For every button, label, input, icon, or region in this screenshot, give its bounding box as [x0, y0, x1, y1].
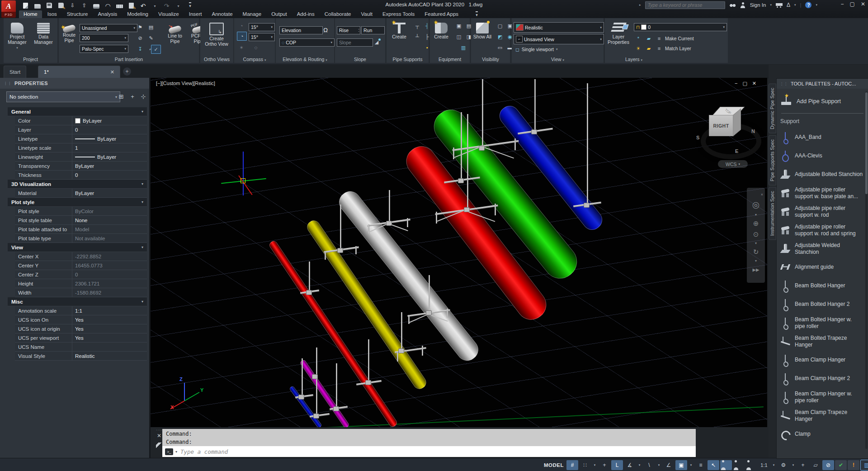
open-datasheet-icon[interactable]: ▤ — [146, 23, 156, 31]
layer-freeze-icon[interactable]: * — [634, 34, 643, 43]
layer-lock-icon[interactable]: ▰ — [644, 34, 653, 43]
pipe-clamp[interactable] — [313, 414, 319, 419]
match-layer-button[interactable]: Match Layer — [665, 46, 691, 51]
property-row[interactable]: Center Y 16455.0773 ▾ — [15, 261, 147, 270]
palette-item[interactable]: Clamp — [780, 427, 864, 442]
property-row[interactable]: Visual Style Realistic ▾ — [15, 352, 147, 361]
help-dropdown-icon[interactable]: ▾ — [816, 3, 817, 7]
layer-properties-button[interactable]: Layer Properties — [606, 22, 631, 45]
navbar-close-icon[interactable]: × — [761, 192, 763, 197]
navigation-bar[interactable]: × ◎ ▾ ⊕ ⊙ ▾ ↻ ▾ ▸▸ — [747, 188, 765, 283]
protractor-icon[interactable] — [104, 2, 112, 9]
palette-item[interactable]: Adjustable Welded Stanchion — [780, 241, 864, 256]
property-row[interactable]: UCS icon On Yes ▾ — [15, 315, 147, 324]
sign-in-link[interactable]: Sign In — [750, 2, 766, 8]
property-row[interactable]: Width -1580.8692 ▾ — [15, 288, 147, 297]
ortho-mode-icon[interactable]: L — [611, 460, 623, 470]
app-logo[interactable]: A P3D — [1, 0, 16, 18]
qat-customize-icon[interactable] — [186, 2, 194, 9]
user-avatar-icon[interactable] — [740, 2, 746, 8]
ribbon-tab[interactable]: Home — [19, 10, 42, 18]
quick-select-icon[interactable]: ⊹ — [139, 92, 148, 101]
cop-select[interactable]: ◌COP▾ — [279, 38, 335, 47]
property-row[interactable]: Lineweight ByLayer ▾ — [15, 152, 147, 162]
ribbon-tab[interactable]: Collaborate — [320, 10, 356, 18]
create-equipment-button[interactable]: ★ Create — [430, 22, 453, 39]
save-to-mobile-icon[interactable] — [69, 2, 76, 9]
property-row[interactable]: Center X -2292.8852 ▾ — [15, 252, 147, 261]
undo-icon[interactable] — [139, 2, 147, 9]
property-row[interactable]: General ▾ — [8, 107, 147, 116]
layer-make-current-icon[interactable]: ≡ — [655, 34, 664, 43]
property-row[interactable]: Color ByLayer ▾ — [15, 116, 147, 125]
ribbon-tab[interactable]: Output — [267, 10, 292, 18]
isodraft-icon[interactable]: \ — [643, 460, 655, 470]
command-wrench-icon[interactable] — [156, 442, 162, 449]
graphics-performance-icon[interactable]: ⊘ — [822, 460, 834, 470]
wcs-menu[interactable]: WCS▾ — [718, 160, 748, 168]
polar-dropdown-icon[interactable]: ▾ — [637, 460, 642, 470]
viewport-config-select[interactable]: ◻Single viewport▾ — [515, 47, 557, 52]
ribbon-tab[interactable]: Featured Apps — [420, 10, 463, 18]
navbar-dropdown-icon[interactable]: ▾ — [755, 213, 757, 217]
undo-dropdown-icon[interactable] — [151, 2, 159, 9]
property-row[interactable]: Thickness 0 ▾ — [15, 171, 147, 180]
palette-item[interactable]: Adjustable Bolted Stanchion — [780, 167, 864, 182]
pan-icon[interactable]: ⊕ — [753, 219, 759, 228]
app-store-icon[interactable]: Δ — [787, 2, 790, 8]
store-cart-icon[interactable] — [776, 2, 783, 8]
assign-tag-icon[interactable]: ⚑ — [136, 23, 145, 31]
object-snap-icon[interactable]: ▣ — [675, 460, 687, 470]
zoom-icon[interactable]: ⊙ — [753, 230, 759, 238]
make-current-button[interactable]: Make Current — [665, 36, 694, 41]
zoom-dropdown-icon[interactable]: ▾ — [755, 241, 757, 245]
new-drawing-tab-button[interactable]: + — [123, 67, 131, 76]
hide-layer-icon[interactable]: ◩ — [495, 33, 505, 41]
property-row[interactable]: Layer 0 ▾ — [15, 125, 147, 134]
layer-select[interactable]: ⊓ 0▾ — [634, 23, 727, 31]
snap-mode-icon[interactable]: ∷ — [579, 460, 591, 470]
compass-tick-icon[interactable]: ✶ — [237, 43, 246, 52]
ribbon-tab[interactable]: Manage — [238, 10, 266, 18]
annotation-scale-value[interactable]: 1:1 — [758, 460, 770, 470]
property-row[interactable]: 3D Visualization ▾ — [8, 180, 147, 189]
isodraft-dropdown-icon[interactable]: ▾ — [656, 460, 662, 470]
section-collapse-icon[interactable]: ▾ — [142, 200, 143, 204]
pipe-clamp[interactable] — [584, 203, 590, 208]
app-store-dropdown-icon[interactable]: ▾ — [794, 3, 796, 7]
pipe-clamp[interactable] — [386, 221, 392, 226]
sign-in-dropdown-icon[interactable]: ▾ — [770, 3, 772, 7]
workspace-dropdown-icon[interactable]: ▾ — [790, 460, 796, 470]
palette-grip[interactable]: ⋮⋮ — [780, 82, 788, 86]
lineweight-icon[interactable]: ≡ — [695, 460, 707, 470]
compass-angle2-select[interactable]: 15°▾ — [249, 33, 275, 41]
section-collapse-icon[interactable]: ▾ — [142, 182, 143, 186]
palette-item[interactable]: Alignment guide — [780, 260, 864, 275]
drawing-viewport[interactable]: Z Y X S E N TOP RIGHT WCS▾ × ◎ ▾ ⊕ ⊙ ▾ ↻… — [151, 78, 767, 427]
compass-south[interactable]: S — [696, 135, 699, 140]
support-attach-icon[interactable]: ┴ — [413, 33, 422, 41]
property-row[interactable]: Transparency ByLayer ▾ — [15, 162, 147, 171]
property-row[interactable]: UCS per viewport Yes ▾ — [15, 333, 147, 343]
dynamic-ucs-icon[interactable]: ↖ — [708, 460, 719, 470]
drawing-minimize-button[interactable]: − — [735, 81, 737, 86]
compass-circle-icon[interactable]: ◌ — [251, 43, 260, 52]
file-tab-start[interactable]: Start — [4, 66, 26, 78]
pipe-clamp[interactable] — [365, 380, 371, 385]
ribbon-tab[interactable]: Add-ins — [292, 10, 319, 18]
orbit-dropdown-icon[interactable]: ▾ — [755, 259, 757, 263]
osnap-tracking-icon[interactable]: ∠ — [663, 460, 675, 470]
help-icon[interactable]: ? — [805, 2, 811, 8]
polar-tracking-icon[interactable]: ∡ — [624, 460, 636, 470]
property-row[interactable]: Plot table type Not available ▾ — [15, 234, 147, 243]
ribbon-tab[interactable]: Vault — [357, 10, 377, 18]
create-ortho-view-button[interactable]: Create Ortho View — [204, 22, 229, 47]
pipe-clamp[interactable] — [333, 406, 339, 411]
property-row[interactable]: UCS Name ▾ — [15, 343, 147, 352]
open-file-icon[interactable] — [33, 2, 41, 9]
save-icon[interactable] — [45, 2, 53, 9]
redo-icon[interactable] — [163, 2, 170, 9]
property-row[interactable]: Annotation scale 1:1 ▾ — [15, 306, 147, 315]
file-tab-close-icon[interactable]: ✕ — [110, 69, 114, 75]
new-file-icon[interactable] — [22, 2, 29, 9]
